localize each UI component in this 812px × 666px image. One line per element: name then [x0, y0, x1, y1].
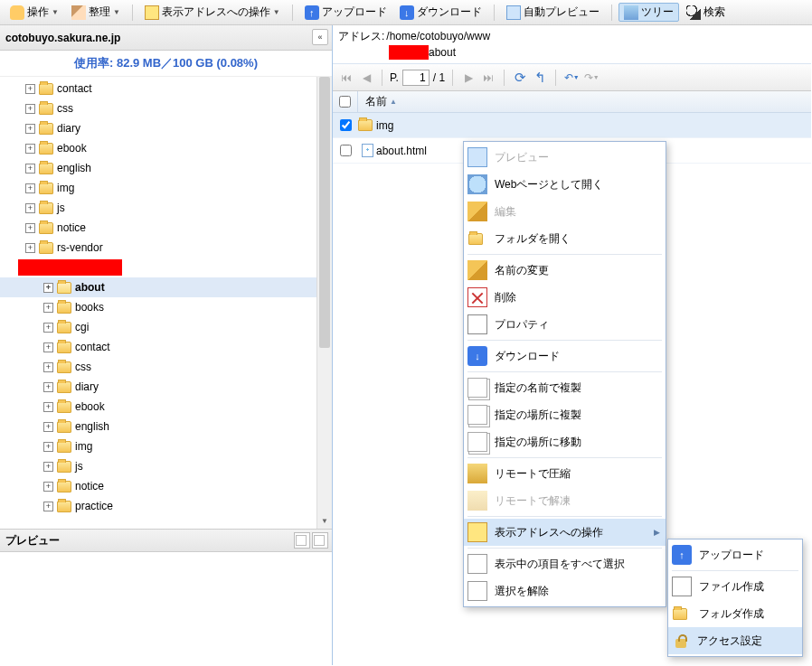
expand-icon[interactable]: + — [25, 104, 35, 114]
expand-icon[interactable]: + — [25, 203, 35, 213]
sub-upload[interactable]: ↑アップロード — [668, 541, 802, 568]
ctx-dup-loc[interactable]: 指定の場所に複製 — [464, 401, 666, 428]
expand-icon[interactable]: + — [25, 144, 35, 154]
note-icon — [145, 5, 159, 20]
tree-row[interactable]: +notice — [0, 476, 332, 496]
ctx-delete[interactable]: 削除 — [464, 284, 666, 311]
tree-row[interactable]: +js — [0, 198, 332, 218]
main-toolbar: 操作▼ 整理▼ 表示アドレスへの操作▼ ↑アップロード ↓ダウンロード 自動プレ… — [0, 0, 812, 25]
ctx-rename[interactable]: 名前の変更 — [464, 257, 666, 284]
tree-row[interactable]: +practice — [0, 496, 332, 516]
expand-icon[interactable]: + — [43, 283, 53, 293]
sub-new-file[interactable]: ファイル作成 — [668, 573, 802, 600]
first-page-button[interactable]: ⏮ — [338, 70, 354, 86]
tree-row[interactable]: +contact — [0, 79, 332, 98]
ctx-dup-name[interactable]: 指定の名前で複製 — [464, 374, 666, 401]
last-page-button[interactable]: ⏭ — [480, 70, 496, 86]
expand-icon[interactable]: + — [25, 223, 35, 233]
undo-button[interactable]: ↶▼ — [563, 70, 580, 86]
prev-page-button[interactable]: ◀ — [358, 70, 374, 86]
operate-menu[interactable]: 操作▼ — [5, 3, 64, 22]
expand-icon[interactable]: + — [25, 84, 35, 94]
tree-toggle-button[interactable]: ツリー — [618, 3, 679, 22]
file-row[interactable]: img — [333, 113, 811, 138]
page-total: / 1 — [433, 71, 445, 84]
auto-preview-button[interactable]: 自動プレビュー — [501, 3, 605, 22]
search-button[interactable]: 検索 — [681, 3, 731, 22]
folder-icon — [57, 441, 71, 453]
sub-new-folder[interactable]: フォルダ作成 — [668, 600, 802, 627]
ctx-compress[interactable]: リモートで圧縮 — [464, 460, 666, 487]
organize-menu[interactable]: 整理▼ — [66, 3, 126, 22]
expand-icon[interactable]: + — [43, 402, 53, 412]
folder-tree[interactable]: +contact+css+diary+ebook+english+img+js+… — [0, 77, 332, 529]
tree-row[interactable]: +css — [0, 357, 332, 377]
ctx-property[interactable]: プロパティ — [464, 311, 666, 338]
left-panel: cotobuyo.sakura.ne.jp « 使用率: 82.9 MB／100… — [0, 25, 333, 665]
tree-row[interactable]: +img — [0, 178, 332, 198]
redo-button[interactable]: ↷▼ — [583, 70, 600, 86]
sub-access[interactable]: アクセス設定 — [668, 627, 802, 654]
tree-row[interactable]: +css — [0, 98, 332, 118]
refresh-button[interactable]: ⟳ — [512, 70, 528, 86]
expand-icon[interactable]: + — [43, 303, 53, 313]
edit-preview-icon[interactable] — [294, 532, 310, 549]
ctx-open-folder[interactable]: フォルダを開く — [464, 225, 666, 252]
tree-row[interactable]: +books — [0, 297, 332, 317]
ctx-select-all[interactable]: 表示中の項目をすべて選択 — [464, 550, 666, 577]
ctx-open-web[interactable]: Webページとして開く — [464, 171, 666, 198]
expand-icon[interactable]: + — [25, 124, 35, 134]
download-button[interactable]: ↓ダウンロード — [394, 3, 487, 22]
expand-icon[interactable]: + — [43, 502, 53, 511]
tree-row-selected[interactable]: +about — [0, 277, 332, 297]
upload-button[interactable]: ↑アップロード — [299, 3, 392, 22]
tree-row[interactable]: +english — [0, 158, 332, 178]
collapse-panel-button[interactable]: « — [312, 29, 328, 45]
tree-row[interactable]: +cgi — [0, 317, 332, 337]
expand-icon[interactable]: + — [43, 323, 53, 333]
address-operations-menu[interactable]: 表示アドレスへの操作▼ — [139, 3, 286, 22]
expand-icon[interactable]: + — [43, 382, 53, 392]
expand-icon[interactable]: + — [43, 342, 53, 352]
globe-preview-icon[interactable] — [312, 532, 328, 549]
file-checkbox[interactable] — [340, 145, 352, 156]
file-checkbox[interactable] — [340, 119, 352, 131]
up-folder-button[interactable]: ↰ — [532, 70, 548, 86]
select-all-checkbox[interactable] — [339, 96, 351, 108]
expand-icon[interactable]: + — [43, 482, 53, 492]
page-input[interactable] — [402, 70, 430, 86]
ctx-move-loc[interactable]: 指定の場所に移動 — [464, 428, 666, 455]
separator — [611, 5, 612, 21]
sort-asc-icon: ▲ — [390, 98, 397, 106]
name-column-header[interactable]: 名前▲ — [358, 94, 404, 109]
tree-row[interactable]: +notice — [0, 218, 332, 238]
tree-row[interactable]: +rs-vendor — [0, 238, 332, 258]
scroll-down-arrow[interactable]: ▼ — [317, 513, 332, 529]
tree-row[interactable]: +ebook — [0, 138, 332, 158]
expand-icon[interactable]: + — [43, 422, 53, 432]
folder-icon — [57, 322, 71, 333]
expand-icon[interactable]: + — [43, 362, 53, 372]
expand-icon[interactable]: + — [25, 164, 35, 174]
ctx-address-ops[interactable]: 表示アドレスへの操作▶ — [464, 519, 666, 546]
tree-row[interactable]: +diary — [0, 377, 332, 397]
ctx-download[interactable]: ↓ダウンロード — [464, 342, 666, 370]
ctx-deselect[interactable]: 選択を解除 — [464, 577, 666, 605]
tree-row[interactable]: +contact — [0, 337, 332, 357]
tree-row[interactable]: +img — [0, 436, 332, 456]
scroll-thumb[interactable] — [319, 77, 330, 348]
next-page-button[interactable]: ▶ — [460, 70, 477, 86]
tree-row[interactable]: +ebook — [0, 397, 332, 417]
address-subfolder: about — [429, 44, 456, 61]
expand-icon[interactable]: + — [25, 183, 35, 193]
tree-row-redacted[interactable] — [0, 258, 332, 277]
folder-icon — [39, 163, 53, 174]
tree-scrollbar[interactable]: ▲ ▼ — [316, 77, 332, 529]
folder-icon — [39, 83, 53, 95]
expand-icon[interactable]: + — [43, 462, 53, 472]
expand-icon[interactable]: + — [43, 442, 53, 452]
tree-row[interactable]: +js — [0, 456, 332, 476]
tree-row[interactable]: +diary — [0, 118, 332, 138]
tree-row[interactable]: +english — [0, 417, 332, 436]
expand-icon[interactable]: + — [25, 243, 35, 253]
